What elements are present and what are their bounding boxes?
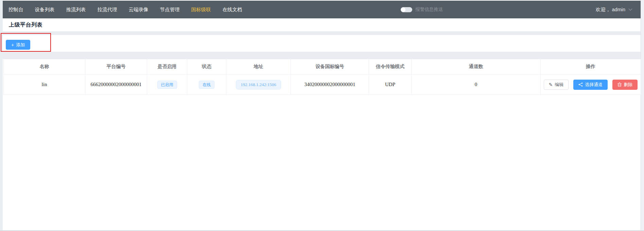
col-header-platform-id: 平台编号 [85,59,147,75]
page-title: 上级平台列表 [9,21,42,29]
status-badge: 在线 [199,81,214,89]
delete-button-label: 删除 [624,82,632,88]
col-header-name: 名称 [4,59,85,75]
cell-enabled: 已启用 [147,75,187,95]
toolbar: + 添加 [3,35,641,52]
edit-pencil-icon: ✎ [549,82,553,87]
left-edge-strip [0,0,3,231]
chevron-down-icon [628,8,632,11]
cell-platform-id: 66620000002000000001 [85,75,147,95]
table-row: lin 66620000002000000001 已启用 在线 192.168.… [4,75,641,95]
plus-icon: + [11,42,14,48]
cell-actions: ✎ 编辑 [541,75,641,95]
col-header-address: 地址 [226,59,291,75]
col-header-actions: 操作 [541,59,641,75]
nav-item-cloud-recording[interactable]: 云端录像 [123,1,154,18]
cell-channel-count: 0 [412,75,541,95]
nav-item-gb-cascade[interactable]: 国标级联 [186,1,217,18]
add-button-label: 添加 [16,42,25,48]
row-actions: ✎ 编辑 [541,80,641,90]
right-edge-strip [641,0,644,231]
add-button[interactable]: + 添加 [6,40,30,50]
top-nav: 控制台 设备列表 推流列表 拉流代理 云端录像 节点管理 国标级联 在线文档 报… [3,1,641,18]
col-header-enabled: 是否启用 [147,59,187,75]
cell-address: 192.168.1.242:1506 [226,75,291,95]
nav-item-online-docs[interactable]: 在线文档 [217,1,248,18]
cell-transport-mode: UDP [369,75,412,95]
table-header-row: 名称 平台编号 是否启用 状态 地址 设备国标编号 信令传输模式 通道数 操作 [4,59,641,75]
cell-name: lin [4,75,85,95]
select-channel-label: 选择通道 [585,82,603,88]
app-root: 控制台 设备列表 推流列表 拉流代理 云端录像 节点管理 国标级联 在线文档 报… [0,0,644,231]
cell-device-gb-id: 34020000002000000001 [291,75,369,95]
nav-item-node-management[interactable]: 节点管理 [154,1,186,18]
alarm-push-label: 报警信息推送 [415,6,443,13]
alarm-push-toggle[interactable] [401,7,412,12]
edit-button[interactable]: ✎ 编辑 [544,80,569,90]
nav-item-device-list[interactable]: 设备列表 [29,1,60,18]
alarm-push-toggle-group: 报警信息推送 [401,6,443,13]
col-header-status: 状态 [187,59,226,75]
section-divider [3,52,641,59]
trash-icon [617,82,622,87]
select-channel-button[interactable]: 选择通道 [573,80,608,90]
platform-table-area: 名称 平台编号 是否启用 状态 地址 设备国标编号 信令传输模式 通道数 操作 … [3,59,641,230]
share-icon [578,82,583,87]
section-divider [3,31,641,35]
cell-status: 在线 [187,75,226,95]
nav-item-console[interactable]: 控制台 [3,1,29,18]
nav-item-pull-stream-proxy[interactable]: 拉流代理 [92,1,123,18]
col-header-transport-mode: 信令传输模式 [369,59,412,75]
delete-button[interactable]: 删除 [612,80,638,90]
address-badge[interactable]: 192.168.1.242:1506 [236,80,281,89]
welcome-text: 欢迎， admin [596,6,625,13]
col-header-device-gb-id: 设备国标编号 [291,59,369,75]
col-header-channel-count: 通道数 [412,59,541,75]
title-bar: 上级平台列表 [3,18,641,31]
platform-table: 名称 平台编号 是否启用 状态 地址 设备国标编号 信令传输模式 通道数 操作 … [3,59,641,95]
toggle-knob [401,7,405,12]
enabled-badge: 已启用 [157,81,177,89]
user-menu[interactable]: 欢迎， admin [596,6,632,13]
nav-item-push-stream-list[interactable]: 推流列表 [60,1,92,18]
edit-button-label: 编辑 [555,82,563,88]
